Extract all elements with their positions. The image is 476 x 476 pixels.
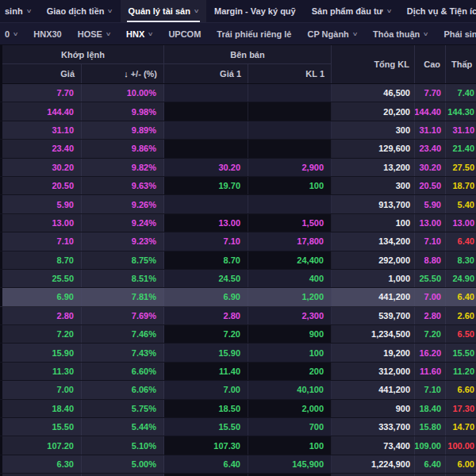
- table-row[interactable]: 8.708.75%8.7024,400292,0008.808.30: [0, 251, 476, 270]
- nav-item-margin-vay-k-qu-[interactable]: Margin - Vay ký quỹ: [206, 0, 304, 22]
- cell-total-volume: 333,700: [332, 418, 415, 436]
- cell-low: 144.30: [446, 102, 476, 120]
- cell-change-percent: 7.69%: [82, 307, 164, 324]
- nav-item-0[interactable]: 0∨: [0, 23, 25, 44]
- column-header-sell-volume-1[interactable]: KL 1: [248, 64, 332, 83]
- table-row[interactable]: 13.009.24%13.001,50010013.0013.00: [0, 214, 476, 232]
- cell-total-volume: 1,224,900: [332, 455, 415, 473]
- cell-sell-volume-1: [248, 102, 332, 120]
- table-row[interactable]: 6.305.00%6.40145,9001,224,9006.406.00: [0, 455, 476, 474]
- nav-item-label: UPCOM: [168, 29, 201, 39]
- nav-item-label: Phái sinh: [443, 29, 476, 39]
- cell-sell-volume-1: 100: [248, 344, 332, 361]
- chevron-down-icon: ∨: [423, 31, 429, 37]
- cell-matched-price: 20.50: [2, 177, 82, 194]
- cell-matched-price: 7.10: [2, 232, 82, 250]
- cell-sell-volume-1: [248, 195, 332, 213]
- column-header-sell-price-1[interactable]: Giá 1: [164, 64, 248, 83]
- chevron-down-icon: ∨: [352, 31, 359, 37]
- table-row[interactable]: 15.907.43%15.9010019,20016.2015.50: [0, 344, 476, 362]
- nav-item-d-ch-v-ti-n-ch[interactable]: Dịch vụ & Tiện ích∨: [399, 0, 476, 22]
- cell-high: 6.40: [415, 455, 446, 473]
- table-row[interactable]: 5.909.26%913,7005.905.40: [0, 195, 476, 213]
- table-row[interactable]: 6.907.81%6.901,200441,2007.006.40: [0, 288, 476, 306]
- column-header-change-percent[interactable]: ↓ +/- (%): [82, 64, 164, 83]
- cell-total-volume: 300: [332, 177, 415, 194]
- table-row[interactable]: 31.109.89%30031.1031.10: [0, 121, 476, 140]
- cell-sell-volume-1: 2,300: [248, 307, 332, 324]
- table-header: Khớp lệnh Bên bán Giá ↓ +/- (%) Giá 1 KL…: [0, 45, 476, 84]
- column-header-total-volume[interactable]: Tổng KL: [332, 45, 415, 83]
- cell-sell-price-1: 8.70: [164, 251, 248, 269]
- cell-matched-price: 6.30: [2, 455, 82, 473]
- cell-sell-price-1: 15.90: [164, 344, 248, 361]
- table-row[interactable]: 25.508.51%24.504001,00025.5024.90: [0, 270, 476, 288]
- table-row[interactable]: 7.006.06%7.0040,100441,2007.106.60: [0, 381, 476, 399]
- table-row[interactable]: 107.205.10%107.3010073,400109.00100.00: [0, 436, 476, 455]
- table-row[interactable]: 7.109.23%7.1017,800134,2007.106.40: [0, 232, 476, 251]
- nav-item-ph-i-sinh[interactable]: Phái sinh∨: [436, 23, 476, 44]
- cell-sell-price-1: [164, 140, 248, 157]
- cell-low: 6.50: [446, 325, 476, 343]
- cell-sell-price-1: 7.00: [164, 381, 248, 398]
- nav-item-qu-n-l-t-i-s-n[interactable]: Quản lý tài sản∨: [121, 0, 206, 22]
- table-row[interactable]: 30.209.82%30.202,90013,20030.2027.50: [0, 159, 476, 177]
- cell-matched-price: 13.00: [2, 214, 82, 232]
- column-header-price[interactable]: Giá: [2, 64, 82, 83]
- cell-sell-volume-1: 700: [248, 418, 332, 436]
- nav-item-cp-ng-nh[interactable]: CP Ngành∨: [299, 23, 364, 44]
- cell-high: 8.80: [415, 251, 446, 269]
- cell-low: 21.40: [446, 140, 476, 157]
- table-row[interactable]: 7.207.46%7.209001,234,5007.206.50: [0, 325, 476, 344]
- cell-total-volume: 441,200: [332, 381, 415, 398]
- cell-high: 144.40: [415, 102, 446, 120]
- cell-change-percent: 8.51%: [82, 270, 164, 287]
- cell-total-volume: 100: [332, 214, 415, 232]
- cell-matched-price: 7.20: [2, 325, 82, 343]
- cell-total-volume: 441,200: [332, 288, 415, 305]
- nav-item-upcom[interactable]: UPCOM: [160, 23, 209, 44]
- nav-item-hnx30[interactable]: HNX30: [25, 23, 69, 44]
- column-header-low[interactable]: Thấp: [446, 45, 476, 83]
- cell-change-percent: 9.24%: [82, 214, 164, 232]
- cell-change-percent: 9.23%: [82, 232, 164, 250]
- nav-item-sinh[interactable]: sinh∨: [0, 0, 39, 22]
- cell-sell-volume-1: 145,900: [248, 455, 332, 473]
- cell-total-volume: 900: [332, 400, 415, 417]
- nav-item-th-a-thu-n[interactable]: Thỏa thuận∨: [365, 23, 436, 44]
- table-row[interactable]: 18.405.75%18.502,00090018.4017.30: [0, 400, 476, 418]
- table-row[interactable]: 20.509.63%19.7010030020.5018.70: [0, 177, 476, 195]
- table-row[interactable]: 2.807.69%2.802,300539,7002.802.60: [0, 307, 476, 325]
- table-row[interactable]: 11.306.60%11.40200312,00011.6011.20: [0, 363, 476, 381]
- nav-item-label: HNX30: [33, 29, 61, 39]
- market-board-tabs: 0∨HNX30HOSE∨HNX∨UPCOMTrái phiếu riêng lẻ…: [0, 23, 476, 45]
- cell-matched-price: 144.40: [2, 102, 82, 120]
- nav-item-hose[interactable]: HOSE∨: [70, 23, 118, 44]
- nav-item-s-n-ph-m-u-t-[interactable]: Sản phẩm đầu tư∨: [304, 0, 399, 22]
- cell-change-percent: 7.43%: [82, 344, 164, 361]
- cell-high: 109.00: [415, 436, 446, 454]
- cell-change-percent: 5.00%: [82, 455, 164, 473]
- cell-sell-volume-1: [248, 121, 332, 139]
- table-row[interactable]: 7.7010.00%46,5007.707.40: [0, 84, 476, 102]
- column-header-high[interactable]: Cao: [415, 45, 446, 83]
- nav-item-tr-i-phi-u-ri-ng-l-[interactable]: Trái phiếu riêng lẻ: [209, 23, 299, 44]
- cell-sell-price-1: 7.20: [164, 325, 248, 343]
- cell-total-volume: 73,400: [332, 436, 415, 454]
- cell-high: 13.00: [415, 214, 446, 232]
- cell-low: 5.40: [446, 195, 476, 213]
- cell-low: 27.50: [446, 159, 476, 176]
- cell-total-volume: 312,000: [332, 363, 415, 380]
- cell-matched-price: 30.20: [2, 159, 82, 176]
- cell-matched-price: 18.40: [2, 400, 82, 417]
- cell-sell-volume-1: [248, 140, 332, 157]
- cell-low: 18.70: [446, 177, 476, 194]
- table-row[interactable]: 23.409.86%129,60023.4021.40: [0, 140, 476, 158]
- cell-sell-volume-1: 100: [248, 436, 332, 454]
- cell-sell-volume-1: 1,200: [248, 288, 332, 305]
- nav-item-hnx[interactable]: HNX∨: [118, 23, 160, 44]
- table-row[interactable]: 144.409.98%20,200144.40144.30: [0, 102, 476, 121]
- table-row[interactable]: 15.505.44%15.50700333,70015.8014.70: [0, 418, 476, 436]
- cell-high: 5.90: [415, 195, 446, 213]
- nav-item-giao-d-ch-ti-n[interactable]: Giao dịch tiền∨: [39, 0, 121, 22]
